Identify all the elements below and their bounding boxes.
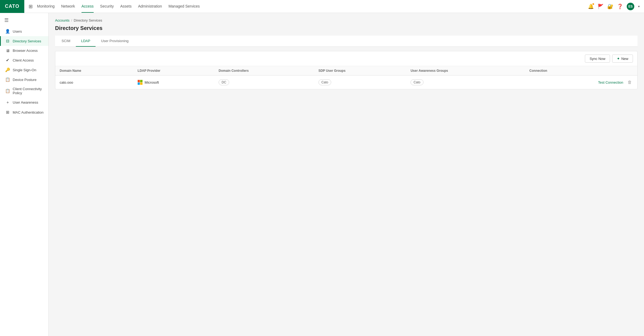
- plus-icon: ✦: [617, 56, 620, 61]
- nav-link-administration[interactable]: Administration: [138, 0, 162, 13]
- new-label: New: [621, 57, 628, 61]
- sidebar-icon: 🔑: [5, 67, 10, 72]
- sidebar-icon: ＋: [5, 100, 10, 105]
- card-toolbar: Sync Now ✦ New: [55, 51, 637, 66]
- top-navigation: CATO ⊞ MonitoringNetworkAccessSecurityAs…: [0, 0, 644, 13]
- tab-scim[interactable]: SCIM: [56, 36, 76, 47]
- content-card: Sync Now ✦ New Domain NameLDAP ProviderD…: [55, 51, 638, 89]
- sidebar-item-label: Browser Access: [13, 49, 38, 53]
- cell-domain-controllers: DC: [214, 76, 314, 89]
- sidebar-item-users[interactable]: 👤Users: [0, 26, 48, 36]
- main-layout: ☰ 👤Users⊟Directory Services🖥Browser Acce…: [0, 13, 644, 336]
- sidebar-item-label: Users: [13, 29, 22, 33]
- sidebar-item-user-awareness[interactable]: ＋User Awareness: [0, 97, 48, 107]
- nav-link-managed-services[interactable]: Managed Services: [168, 0, 200, 13]
- main-content: Accounts / Directory Services Directory …: [49, 13, 644, 336]
- flag-icon[interactable]: 🚩: [598, 4, 604, 9]
- col-header-domain_name: Domain Name: [55, 66, 133, 76]
- nav-link-network[interactable]: Network: [61, 0, 75, 13]
- sync-now-label: Sync Now: [589, 57, 605, 61]
- nav-link-assets[interactable]: Assets: [120, 0, 131, 13]
- sidebar-icon: 🖥: [5, 48, 10, 53]
- cell-connection: Test Connection🗑: [525, 76, 637, 89]
- sidebar-item-browser-access[interactable]: 🖥Browser Access: [0, 46, 48, 55]
- col-header-connection: Connection: [525, 66, 637, 76]
- page-title: Directory Services: [55, 25, 638, 31]
- sidebar-item-device-posture[interactable]: 📋Device Posture: [0, 75, 48, 84]
- sidebar-icon: 👤: [5, 29, 10, 34]
- cell-ldap-provider: Microsoft: [133, 76, 214, 89]
- ldap-table: Domain NameLDAP ProviderDomain Controlle…: [55, 66, 637, 89]
- table-body: cato.oooMicrosoftDCCatoCatoTest Connecti…: [55, 76, 637, 89]
- sidebar-item-label: Directory Services: [13, 39, 41, 43]
- col-header-user_awareness_groups: User Awareness Groups: [406, 66, 525, 76]
- help-icon[interactable]: ❓: [617, 4, 623, 9]
- sidebar-icon: ✔: [5, 58, 10, 63]
- tab-user-provisioning[interactable]: User Provisioning: [96, 36, 134, 47]
- breadcrumb-accounts-link[interactable]: Accounts: [55, 18, 69, 22]
- user-awareness-group-tag: Cato: [411, 79, 423, 85]
- nav-link-monitoring[interactable]: Monitoring: [37, 0, 55, 13]
- sidebar-item-client-access[interactable]: ✔Client Access: [0, 55, 48, 65]
- cell-domain-name: cato.ooo: [55, 76, 133, 89]
- hamburger-icon[interactable]: ☰: [0, 15, 48, 26]
- sidebar-icon: ⊟: [5, 39, 10, 43]
- ldap-entries-table: Domain NameLDAP ProviderDomain Controlle…: [55, 66, 637, 89]
- table-header-row: Domain NameLDAP ProviderDomain Controlle…: [55, 66, 637, 76]
- user-avatar[interactable]: ES: [627, 3, 634, 10]
- domain-controller-tag: DC: [219, 79, 229, 85]
- sidebar-item-directory-services[interactable]: ⊟Directory Services: [0, 36, 48, 46]
- test-connection-link[interactable]: Test Connection: [598, 80, 623, 84]
- sdp-user-group-tag: Cato: [318, 79, 331, 85]
- sidebar-item-client-connectivity-policy[interactable]: 📋Client Connectivity Policy: [0, 84, 48, 97]
- nav-link-access[interactable]: Access: [82, 0, 94, 13]
- col-header-domain_controllers: Domain Controllers: [214, 66, 314, 76]
- sidebar-icon: ⊞: [5, 110, 10, 115]
- cell-user-awareness-groups: Cato: [406, 76, 525, 89]
- new-button[interactable]: ✦ New: [612, 55, 633, 63]
- tabs: SCIMLDAPUser Provisioning: [55, 36, 638, 47]
- sidebar-item-label: Client Connectivity Policy: [13, 87, 44, 95]
- sidebar-item-mac-authentication[interactable]: ⊞MAC Authentication: [0, 107, 48, 117]
- table-row: cato.oooMicrosoftDCCatoCatoTest Connecti…: [55, 76, 637, 89]
- app-logo[interactable]: CATO: [0, 0, 24, 13]
- ldap-provider-label: Microsoft: [145, 80, 159, 84]
- tab-ldap[interactable]: LDAP: [76, 36, 96, 47]
- cell-sdp-user-groups: Cato: [314, 76, 406, 89]
- sidebar-item-label: Device Posture: [13, 78, 36, 82]
- sync-now-button[interactable]: Sync Now: [585, 55, 610, 63]
- notification-dot: [592, 3, 594, 5]
- nav-actions: 🔔 🚩 🔐 ❓ ES ▾: [588, 3, 640, 10]
- microsoft-icon: [138, 80, 143, 85]
- sidebar-item-label: User Awareness: [13, 100, 38, 104]
- breadcrumb: Accounts / Directory Services: [55, 18, 638, 22]
- delete-button[interactable]: 🗑: [626, 79, 633, 86]
- sidebar-icon: 📋: [5, 77, 10, 82]
- nav-link-security[interactable]: Security: [100, 0, 114, 13]
- key-icon[interactable]: 🔐: [607, 4, 613, 9]
- col-header-sdp_user_groups: SDP User Groups: [314, 66, 406, 76]
- sidebar-item-single-sign-on[interactable]: 🔑Single Sign-On: [0, 65, 48, 75]
- col-header-ldap_provider: LDAP Provider: [133, 66, 214, 76]
- sidebar-item-label: Single Sign-On: [13, 68, 36, 72]
- table-header: Domain NameLDAP ProviderDomain Controlle…: [55, 66, 637, 76]
- sidebar-icon: 📋: [5, 89, 10, 93]
- grid-icon[interactable]: ⊞: [29, 4, 33, 9]
- breadcrumb-separator: /: [71, 18, 72, 22]
- sidebar-item-label: Client Access: [13, 58, 34, 62]
- chevron-down-icon[interactable]: ▾: [638, 5, 640, 8]
- breadcrumb-current: Directory Services: [74, 18, 102, 22]
- sidebar: ☰ 👤Users⊟Directory Services🖥Browser Acce…: [0, 13, 49, 336]
- nav-links: MonitoringNetworkAccessSecurityAssetsAdm…: [37, 0, 588, 13]
- sidebar-item-label: MAC Authentication: [13, 110, 43, 114]
- notification-icon[interactable]: 🔔: [588, 4, 594, 9]
